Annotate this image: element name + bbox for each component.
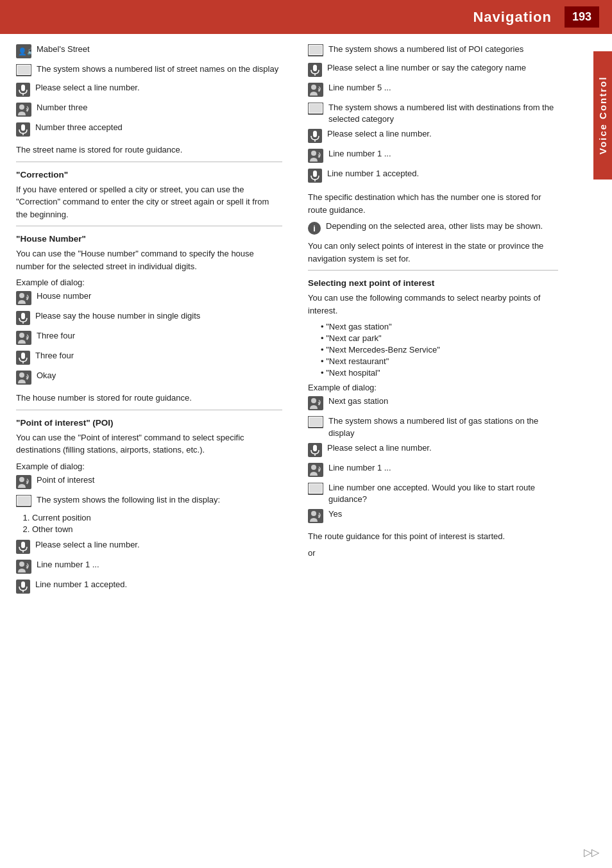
svg-point-25 — [19, 477, 24, 482]
voice-icon — [16, 291, 31, 307]
screen-icon — [308, 44, 323, 59]
list-item: "Next restaurant" — [321, 356, 558, 366]
item-text: Number three accepted — [35, 122, 282, 133]
info-icon: i — [308, 222, 321, 235]
mic-icon — [16, 83, 30, 99]
voice-icon — [16, 560, 31, 576]
svg-rect-56 — [309, 417, 322, 426]
list-item: Line number one accepted. Would you like… — [308, 482, 558, 505]
item-text: Point of interest — [37, 474, 282, 486]
poi-body: You can use the "Point of interest" comm… — [16, 431, 282, 456]
svg-rect-29 — [21, 542, 25, 548]
svg-point-42 — [311, 85, 316, 90]
list-item: Three four — [16, 350, 282, 367]
list-item: 👤🔊 Mabel's Street — [16, 44, 282, 60]
correction-title: "Correction" — [16, 170, 282, 179]
list-item: The system shows a numbered list of gas … — [308, 415, 558, 438]
item-text: Line number one accepted. Would you like… — [328, 482, 558, 505]
voice-icon — [16, 331, 31, 347]
svg-rect-46 — [313, 131, 317, 137]
item-text: Please select a line number or say the c… — [327, 62, 558, 74]
next-example-label: Example of dialog: — [308, 383, 558, 392]
voice-icon: 👤🔊 — [16, 44, 31, 60]
list-item: "Next car park" — [321, 333, 558, 343]
screen-icon — [16, 495, 31, 510]
list-item: Point of interest — [16, 474, 282, 491]
svg-point-54 — [311, 398, 316, 403]
voice-icon — [308, 149, 323, 165]
svg-text:👤🔊: 👤🔊 — [18, 47, 31, 56]
item-text: Next gas station — [328, 396, 558, 407]
item-text: Three four — [35, 350, 282, 362]
list-item: Please say the house number in single di… — [16, 310, 282, 327]
item-text: Please say the house number in single di… — [35, 310, 282, 322]
list-item: Please select a line number. — [16, 82, 282, 99]
list-item: Okay — [16, 370, 282, 387]
list-item: Line number 5 ... — [308, 82, 558, 99]
svg-point-65 — [311, 511, 316, 516]
screen-icon — [16, 64, 31, 79]
svg-point-23 — [19, 372, 24, 378]
list-item: House number — [16, 290, 282, 307]
list-item: Line number 1 accepted. — [16, 579, 282, 596]
svg-point-61 — [311, 465, 316, 470]
item-text: Mabel's Street — [37, 44, 282, 55]
item-text: The system shows a numbered list of stre… — [37, 63, 282, 75]
list-item: "Next gas station" — [321, 322, 558, 331]
info-box: i Depending on the selected area, other … — [308, 221, 558, 235]
list-item: Number three — [16, 102, 282, 119]
item-text: Line number 1 ... — [328, 148, 558, 160]
list-item: Please select a line number. — [16, 539, 282, 556]
mic-icon — [16, 351, 30, 367]
or-text: or — [308, 548, 558, 558]
mic-icon — [308, 129, 322, 145]
svg-rect-44 — [309, 104, 322, 113]
screen-icon — [308, 483, 323, 497]
item-text: Line number 5 ... — [328, 82, 558, 94]
item-text: House number — [37, 290, 282, 302]
svg-rect-5 — [21, 85, 25, 91]
item-text: Okay — [37, 370, 282, 381]
svg-rect-51 — [313, 171, 317, 177]
poi-restriction-text: You can only select points of interest i… — [308, 240, 558, 265]
mic-icon — [308, 169, 322, 185]
poi-example-label: Example of dialog: — [16, 462, 282, 471]
list-item: Yes — [308, 508, 558, 525]
list-item: The system shows a numbered list of POI … — [308, 44, 558, 59]
item-text: The system shows a numbered list of POI … — [328, 44, 558, 55]
screen-icon — [308, 416, 323, 431]
list-item: "Next Mercedes-Benz Service" — [321, 345, 558, 355]
item-text: Line number 1 ... — [37, 559, 282, 571]
list-item: Line number 1 accepted. — [308, 168, 558, 185]
svg-rect-39 — [313, 65, 317, 71]
poi-numbered-list: Current position Other town — [32, 513, 282, 534]
item-text: The system shows the following list in t… — [37, 494, 282, 506]
svg-rect-37 — [309, 46, 322, 54]
side-tab: Voice Control — [593, 51, 612, 179]
destination-stored-text: The specific destination which has the n… — [308, 191, 558, 216]
list-item: Number three accepted — [16, 122, 282, 138]
item-text: Please select a line number. — [35, 539, 282, 551]
commands-list: "Next gas station" "Next car park" "Next… — [321, 322, 558, 378]
item-text: The system shows a numbered list with de… — [328, 102, 558, 125]
svg-point-49 — [311, 151, 316, 156]
street-stored-text: The street name is stored for route guid… — [16, 144, 282, 156]
list-item: Other town — [32, 524, 282, 534]
list-item: Next gas station — [308, 396, 558, 412]
list-item: The system shows a numbered list with de… — [308, 102, 558, 125]
svg-rect-15 — [21, 313, 25, 319]
correction-body: If you have entered or spelled a city or… — [16, 183, 282, 221]
page-header: Navigation 193 — [0, 0, 612, 34]
svg-rect-63 — [309, 484, 322, 493]
item-text: Please select a line number. — [327, 442, 558, 454]
selecting-next-title: Selecting next point of interest — [308, 278, 558, 288]
divider — [16, 226, 282, 226]
svg-rect-10 — [21, 124, 25, 131]
voice-icon — [16, 103, 31, 119]
item-text: Please select a line number. — [327, 128, 558, 140]
mic-icon — [16, 122, 30, 138]
divider — [308, 270, 558, 271]
list-item: Line number 1 ... — [16, 559, 282, 576]
list-item: Line number 1 ... — [308, 462, 558, 479]
info-text: Depending on the selected area, other li… — [326, 221, 543, 231]
